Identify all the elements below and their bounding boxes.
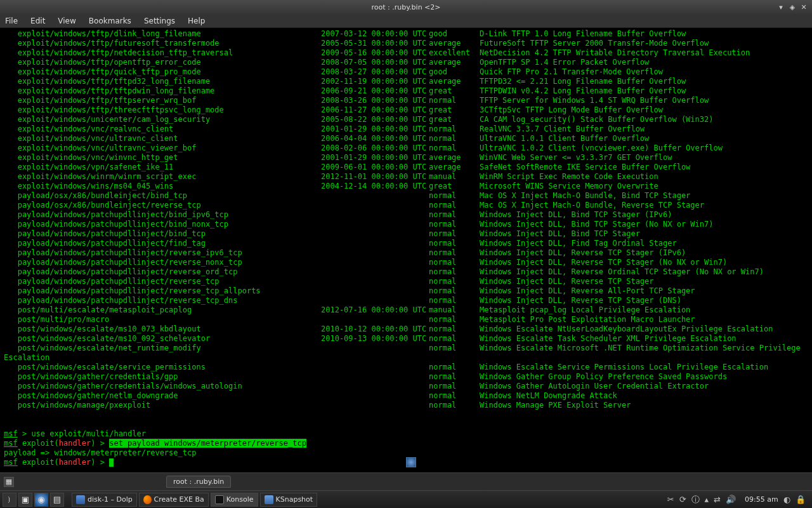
menu-help[interactable]: Help xyxy=(188,17,205,25)
module-row: payload/windows/patchupdllinject/reverse… xyxy=(4,277,808,286)
prompt-line-3: msf exploit(handler) > xyxy=(4,458,808,467)
folder-icon xyxy=(76,495,85,504)
module-row: post/windows/manage/pxexploitnormalWindo… xyxy=(4,401,808,410)
module-row: exploit/windows/tftp/quick_tftp_pro_mode… xyxy=(4,67,808,77)
task-button[interactable]: disk-1 – Dolp xyxy=(72,493,137,507)
session-icon[interactable]: ◐ xyxy=(783,495,790,504)
module-row: exploit/windows/wins/ms04_045_wins2004-1… xyxy=(4,182,808,191)
prompt-line-1: msf > use exploit/multi/handler xyxy=(4,429,808,439)
updates-icon[interactable]: ⟳ xyxy=(679,495,686,504)
chevron-up-icon[interactable]: ▴ xyxy=(705,495,709,504)
task-button[interactable]: KSnapshot xyxy=(260,493,318,507)
task-label: Konsole xyxy=(226,495,254,504)
prompt-result: payload => windows/meterpreter/reverse_t… xyxy=(4,448,808,458)
window-title: root : .ruby.bin <2> xyxy=(371,3,440,11)
module-row: exploit/windows/tftp/tftpdwin_long_filen… xyxy=(4,86,808,96)
module-row: exploit/windows/tftp/netdecision_tftp_tr… xyxy=(4,48,808,58)
snap-icon xyxy=(265,495,273,504)
system-tray: ✂ ⟳ ⓘ ▴ ⇄ 🔊 09:55 am ◐ 🔒 xyxy=(664,494,809,505)
module-row: exploit/windows/vnc/ultravnc_viewer_bof2… xyxy=(4,144,808,153)
module-row: exploit/windows/tftp/tftpd32_long_filena… xyxy=(4,77,808,86)
notifications-icon[interactable]: ⓘ xyxy=(691,494,700,505)
module-row: payload/windows/patchupdllinject/bind_ip… xyxy=(4,210,808,220)
module-row: exploit/windows/tftp/threecftftpsvc_long… xyxy=(4,105,808,115)
module-row: exploit/windows/tftp/opentftp_error_code… xyxy=(4,58,808,67)
module-row: exploit/windows/unicenter/cam_log_securi… xyxy=(4,115,808,124)
module-row: payload/osx/x86/bundleinject/bind_tcpnor… xyxy=(4,191,808,201)
module-row: post/windows/gather/credentials/gppnorma… xyxy=(4,372,808,382)
tab-bar: ▦ root : .ruby.bin xyxy=(0,472,812,490)
module-row: exploit/windows/vnc/winvnc_http_get2001-… xyxy=(4,153,808,163)
task-button[interactable]: Konsole xyxy=(211,493,258,507)
desktop-switcher-icon[interactable]: ◉ xyxy=(34,493,48,507)
clipboard-icon[interactable]: ✂ xyxy=(667,495,674,504)
menu-file[interactable]: File xyxy=(5,17,18,25)
app-launcher-icon[interactable]: ⟯ xyxy=(3,493,16,507)
module-row: payload/windows/patchupdllinject/reverse… xyxy=(4,248,808,258)
task-label: KSnapshot xyxy=(276,495,313,504)
module-row: payload/windows/patchupdllinject/reverse… xyxy=(4,258,808,267)
module-row: payload/windows/patchupdllinject/reverse… xyxy=(4,267,808,277)
module-row: post/windows/gather/credentials/windows_… xyxy=(4,382,808,391)
activity-icon[interactable]: ▣ xyxy=(18,493,32,507)
menu-settings[interactable]: Settings xyxy=(144,17,175,25)
module-row: exploit/windows/tftp/futuresoft_transfer… xyxy=(4,39,808,48)
cursor-icon xyxy=(109,458,114,467)
module-row: payload/osx/x86/bundleinject/reverse_tcp… xyxy=(4,201,808,210)
module-row: payload/windows/patchupdllinject/reverse… xyxy=(4,296,808,305)
prompt-line-2: msf exploit(handler) > set payload windo… xyxy=(4,439,808,448)
module-row: post/windows/escalate/ms10_092_schelevat… xyxy=(4,334,808,344)
network-icon[interactable]: ⇄ xyxy=(714,495,721,504)
new-tab-icon[interactable]: ▦ xyxy=(4,477,14,487)
menu-edit[interactable]: Edit xyxy=(30,17,45,25)
terminal-output[interactable]: exploit/windows/tftp/dlink_long_filename… xyxy=(0,28,812,472)
task-label: disk-1 – Dolp xyxy=(88,495,133,504)
module-row: post/windows/escalate/ms10_073_kbdlayout… xyxy=(4,324,808,334)
module-row: payload/windows/patchupdllinject/bind_tc… xyxy=(4,229,808,239)
clock[interactable]: 09:55 am xyxy=(745,495,778,504)
module-row: exploit/windows/tftp/tftpserver_wrq_bof2… xyxy=(4,96,808,105)
module-row: payload/windows/patchupdllinject/reverse… xyxy=(4,286,808,296)
module-row: post/multi/escalate/metasploit_pcaplog20… xyxy=(4,305,808,315)
ff-icon xyxy=(143,495,152,504)
module-row: post/windows/gather/netlm_downgradenorma… xyxy=(4,391,808,401)
close-icon[interactable]: ✕ xyxy=(799,3,808,11)
minimize-icon[interactable]: ▾ xyxy=(776,3,785,11)
term-icon xyxy=(215,495,224,504)
lock-icon[interactable]: 🔒 xyxy=(796,495,806,504)
window-titlebar: root : .ruby.bin <2> ▾ ◈ ✕ xyxy=(0,0,812,14)
module-row-wrap: Escalation xyxy=(4,353,808,363)
module-row: exploit/windows/winrm/winrm_script_exec2… xyxy=(4,172,808,182)
task-label: Create EXE Ba xyxy=(154,495,204,504)
module-row: post/windows/escalate/net_runtime_modify… xyxy=(4,344,808,353)
maximize-icon[interactable]: ◈ xyxy=(788,3,797,11)
module-row: payload/windows/patchupdllinject/find_ta… xyxy=(4,239,808,248)
volume-icon[interactable]: 🔊 xyxy=(726,495,736,504)
module-row: payload/windows/patchupdllinject/bind_no… xyxy=(4,220,808,229)
module-row: exploit/windows/vpn/safenet_ike_112009-0… xyxy=(4,163,808,172)
terminal-tab[interactable]: root : .ruby.bin xyxy=(166,476,231,488)
menubar: File Edit View Bookmarks Settings Help xyxy=(0,14,812,28)
module-row: exploit/windows/tftp/dlink_long_filename… xyxy=(4,29,808,39)
menu-bookmarks[interactable]: Bookmarks xyxy=(89,17,131,25)
module-row: post/windows/escalate/service_permission… xyxy=(4,363,808,372)
menu-view[interactable]: View xyxy=(58,17,75,25)
module-row: exploit/windows/vnc/ultravnc_client2006-… xyxy=(4,134,808,144)
taskbar: ⟯ ▣ ◉ ▤ disk-1 – DolpCreate EXE BaKonsol… xyxy=(0,490,812,508)
task-button[interactable]: Create EXE Ba xyxy=(139,493,209,507)
files-icon[interactable]: ▤ xyxy=(50,493,64,507)
module-row: post/multi/pro/macronormalMetasploit Pro… xyxy=(4,315,808,324)
module-row: exploit/windows/vnc/realvnc_client2001-0… xyxy=(4,124,808,134)
